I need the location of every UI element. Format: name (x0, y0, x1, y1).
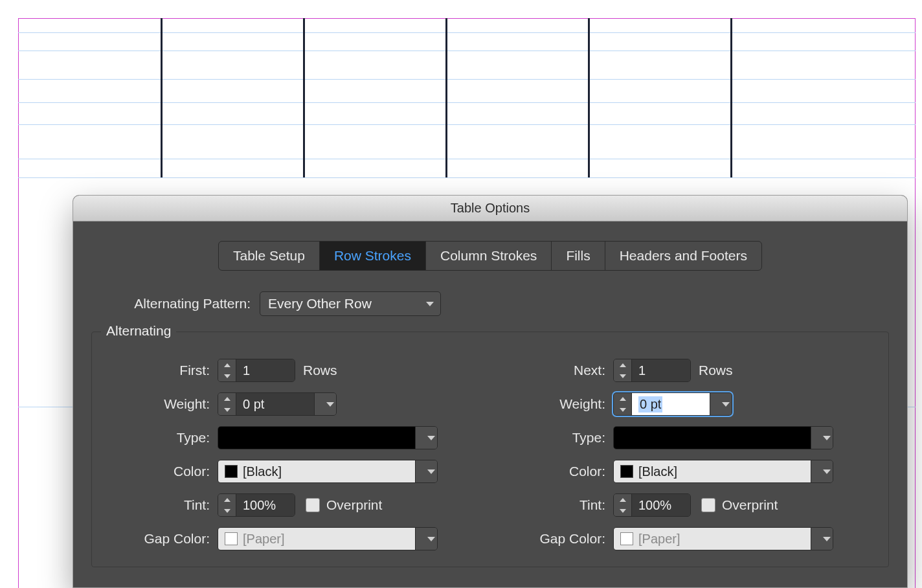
next-gap-color-select[interactable]: [Paper] (613, 527, 833, 550)
next-color-dropdown[interactable] (811, 460, 833, 482)
stepper-up-icon[interactable] (218, 359, 236, 370)
stepper-up-icon[interactable] (614, 494, 631, 505)
table-column-border (730, 18, 732, 177)
alternating-fieldset: Alternating First: 1 Rows Weight: (91, 332, 889, 567)
first-gap-color-label: Gap Color: (107, 531, 218, 547)
next-type-label: Type: (503, 430, 613, 446)
stepper-down-icon[interactable] (218, 404, 236, 415)
first-tint-value[interactable]: 100% (236, 494, 295, 516)
tab-headers-footers[interactable]: Headers and Footers (605, 242, 761, 270)
next-weight-value[interactable]: 0 pt (632, 393, 710, 415)
table-options-dialog: Table Options Table Setup Row Strokes Co… (73, 195, 908, 588)
next-weight-label: Weight: (503, 396, 613, 412)
chevron-down-icon (427, 469, 435, 474)
chevron-down-icon (427, 436, 435, 440)
table-row-guide (18, 177, 916, 178)
next-color-select[interactable]: [Black] (613, 460, 833, 483)
chevron-down-icon (326, 402, 334, 407)
dialog-title: Table Options (73, 196, 907, 221)
next-type-dropdown[interactable] (811, 427, 833, 449)
first-weight-dropdown[interactable] (314, 393, 336, 415)
first-type-select[interactable] (218, 426, 438, 449)
chevron-down-icon (722, 402, 730, 407)
first-overprint-checkbox[interactable]: Overprint (306, 497, 382, 513)
next-rows-label: Next: (503, 363, 613, 378)
dialog-tabs: Table Setup Row Strokes Column Strokes F… (218, 241, 762, 271)
next-type-swatch (614, 427, 811, 449)
first-gap-color-value: [Paper] (243, 532, 284, 547)
tab-column-strokes[interactable]: Column Strokes (426, 242, 552, 270)
table-row-guide (18, 32, 916, 33)
checkbox-icon (306, 498, 320, 512)
stepper-up-icon[interactable] (614, 393, 631, 404)
chevron-down-icon (426, 302, 434, 306)
chevron-down-icon (823, 436, 831, 440)
first-rows-value[interactable]: 1 (236, 359, 295, 381)
first-weight-label: Weight: (107, 396, 218, 412)
color-swatch-icon (620, 532, 633, 545)
stepper-up-icon[interactable] (218, 393, 236, 404)
table-column-border (303, 18, 305, 177)
first-color-dropdown[interactable] (415, 460, 437, 482)
next-rows-value[interactable]: 1 (632, 359, 690, 381)
table-column-border (445, 18, 447, 177)
next-tint-label: Tint: (503, 497, 613, 513)
first-gap-color-select[interactable]: [Paper] (218, 527, 438, 550)
next-type-select[interactable] (613, 426, 833, 449)
next-rows-stepper[interactable]: 1 (613, 359, 691, 382)
next-gap-color-dropdown[interactable] (811, 528, 833, 550)
first-color-select[interactable]: [Black] (218, 460, 438, 483)
alternating-pattern-select[interactable]: Every Other Row (260, 291, 441, 316)
first-type-swatch (218, 427, 415, 449)
first-rows-stepper[interactable]: 1 (218, 359, 295, 382)
next-overprint-label: Overprint (722, 497, 778, 513)
chevron-down-icon (823, 537, 831, 541)
table-row-guide (18, 51, 916, 51)
next-weight-input[interactable]: 0 pt (613, 392, 732, 416)
tab-fills[interactable]: Fills (552, 242, 605, 270)
first-color-label: Color: (107, 464, 218, 479)
color-swatch-icon (620, 465, 633, 478)
table-column-border (161, 18, 163, 177)
first-type-dropdown[interactable] (415, 427, 437, 449)
first-rows-unit: Rows (303, 363, 337, 378)
next-gap-color-value: [Paper] (638, 532, 680, 547)
first-tint-label: Tint: (107, 497, 218, 513)
next-color-value: [Black] (638, 464, 677, 479)
alternating-legend: Alternating (101, 323, 176, 339)
stepper-down-icon[interactable] (614, 404, 631, 415)
table-row-guide (18, 79, 916, 80)
first-type-label: Type: (107, 430, 218, 446)
next-tint-stepper[interactable]: 100% (613, 493, 691, 517)
first-overprint-label: Overprint (326, 497, 382, 513)
next-tint-value[interactable]: 100% (632, 494, 690, 516)
next-color-label: Color: (503, 464, 613, 479)
first-color-value: [Black] (243, 464, 282, 479)
first-rows-label: First: (107, 363, 218, 378)
tab-row-strokes[interactable]: Row Strokes (320, 242, 426, 270)
first-gap-color-dropdown[interactable] (415, 528, 437, 550)
chevron-down-icon (823, 469, 831, 474)
first-weight-input[interactable]: 0 pt (218, 392, 337, 416)
stepper-down-icon[interactable] (218, 505, 236, 516)
chevron-down-icon (427, 537, 435, 541)
tab-table-setup[interactable]: Table Setup (219, 242, 320, 270)
next-gap-color-label: Gap Color: (503, 531, 613, 547)
stepper-up-icon[interactable] (218, 494, 236, 505)
color-swatch-icon (225, 465, 238, 478)
first-weight-value[interactable]: 0 pt (236, 393, 314, 415)
table-row-guide (18, 159, 916, 159)
stepper-down-icon[interactable] (614, 505, 631, 516)
first-tint-stepper[interactable]: 100% (218, 493, 295, 517)
color-swatch-icon (225, 532, 238, 545)
stepper-down-icon[interactable] (218, 370, 236, 381)
first-group: First: 1 Rows Weight: 0 pt (107, 358, 477, 560)
next-overprint-checkbox[interactable]: Overprint (701, 497, 778, 513)
next-rows-unit: Rows (699, 363, 733, 378)
stepper-up-icon[interactable] (614, 359, 631, 370)
alternating-pattern-value: Every Other Row (268, 296, 372, 311)
next-weight-dropdown[interactable] (710, 393, 732, 415)
checkbox-icon (701, 498, 715, 512)
table-row-guide (18, 124, 916, 125)
stepper-down-icon[interactable] (614, 370, 631, 381)
